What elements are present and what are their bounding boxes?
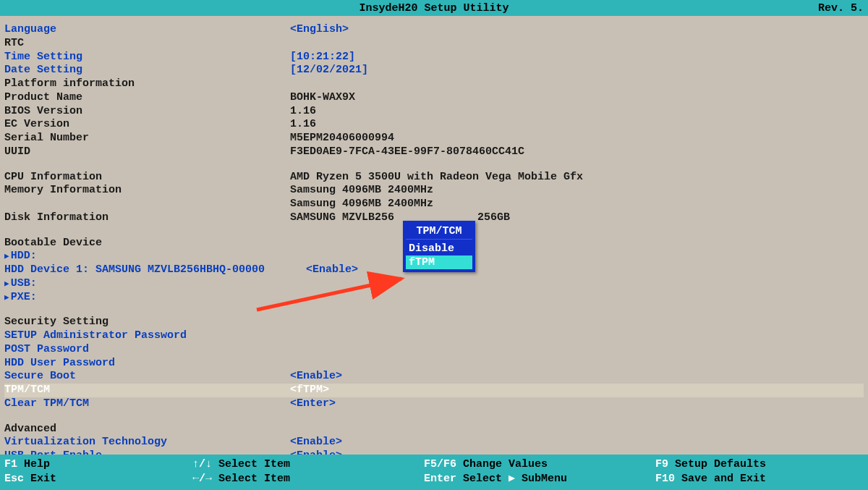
f5f6-key: F5/F6: [424, 458, 456, 470]
f9-key: F9: [655, 458, 668, 470]
ec-row: EC Version 1.16: [4, 118, 864, 132]
setup-admin-row[interactable]: SETUP Administrator Password: [4, 329, 864, 343]
pxe-submenu[interactable]: PXE:: [4, 291, 864, 305]
mem-value1: Samsung 4096MB 2400MHz: [290, 184, 433, 198]
rtc-row: RTC: [4, 37, 864, 51]
uuid-value: F3ED0AE9-7FCA-43EE-99F7-8078460CC41C: [290, 145, 524, 159]
secureboot-row[interactable]: Secure Boot <Enable>: [4, 370, 864, 384]
updown-key: ↑/↓: [192, 458, 212, 470]
clear-tpm-row[interactable]: Clear TPM/TCM <Enter>: [4, 397, 864, 411]
bios-value: 1.16: [290, 105, 316, 119]
uuid-row: UUID F3ED0AE9-7FCA-43EE-99F7-8078460CC41…: [4, 145, 864, 159]
popup-title: TPM/TCM: [406, 224, 472, 240]
hdd-device-value: <Enable>: [306, 263, 358, 277]
time-value: [10:21:22]: [290, 51, 355, 64]
tpm-row[interactable]: TPM/TCM <fTPM>: [4, 384, 864, 397]
mem-row: Memory Information Samsung 4096MB 2400MH…: [4, 184, 864, 198]
hdd-pw-row[interactable]: HDD User Password: [4, 357, 864, 371]
language-label: Language: [4, 23, 290, 37]
clear-tpm-value: <Enter>: [290, 397, 336, 411]
popup-option-ftpm[interactable]: fTPM: [406, 255, 472, 269]
footer-help-bar: F1 Help ↑/↓ Select Item F5/F6 Change Val…: [0, 455, 868, 490]
esc-key: Esc: [4, 473, 24, 485]
advanced-header: Advanced: [4, 423, 864, 436]
time-row[interactable]: Time Setting [10:21:22]: [4, 51, 864, 64]
disk-post: 256GB: [477, 211, 510, 224]
virt-row[interactable]: Virtualization Technology <Enable>: [4, 436, 864, 449]
mem-row2: Samsung 4096MB 2400MHz: [4, 198, 864, 211]
product-row: Product Name BOHK-WAX9X: [4, 91, 864, 105]
date-label: Date Setting: [4, 64, 290, 77]
tpm-popup: TPM/TCM Disable fTPM: [403, 221, 475, 272]
date-value: [12/02/2021]: [290, 64, 368, 77]
tpm-value: <fTPM>: [290, 384, 329, 397]
platform-header: Platform information: [4, 77, 864, 91]
leftright-key: ←/→: [192, 473, 212, 485]
f10-key: F10: [655, 473, 675, 485]
serial-value: M5EPM20406000994: [290, 132, 394, 145]
mem-value2: Samsung 4096MB 2400MHz: [290, 198, 433, 211]
popup-option-disable[interactable]: Disable: [406, 242, 472, 255]
cpu-value: AMD Ryzen 5 3500U with Radeon Vega Mobil…: [290, 171, 583, 185]
language-value: <English>: [290, 23, 349, 37]
time-label: Time Setting: [4, 51, 290, 64]
serial-row: Serial Number M5EPM20406000994: [4, 132, 864, 145]
product-value: BOHK-WAX9X: [290, 91, 355, 105]
cpu-row: CPU Information AMD Ryzen 5 3500U with R…: [4, 171, 864, 185]
app-title: InsydeH20 Setup Utility: [359, 2, 509, 14]
f1-key: F1: [4, 458, 17, 470]
revision-text: Rev. 5.: [818, 2, 864, 14]
secureboot-value: <Enable>: [290, 370, 342, 384]
rtc-label: RTC: [4, 37, 290, 51]
enter-key: Enter: [424, 473, 456, 485]
ec-value: 1.16: [290, 118, 316, 132]
date-row[interactable]: Date Setting [12/02/2021]: [4, 64, 864, 77]
title-bar: InsydeH20 Setup Utility Rev. 5.: [0, 0, 868, 16]
submenu-arrow-icon: ▶: [509, 473, 515, 485]
virt-value: <Enable>: [290, 436, 342, 449]
disk-pre: SAMSUNG MZVLB256: [290, 211, 394, 224]
security-header: Security Setting: [4, 316, 864, 329]
bios-row: BIOS Version 1.16: [4, 105, 864, 119]
post-pw-row[interactable]: POST Password: [4, 343, 864, 357]
usb-submenu[interactable]: USB:: [4, 277, 864, 291]
language-row[interactable]: Language <English>: [4, 23, 864, 37]
